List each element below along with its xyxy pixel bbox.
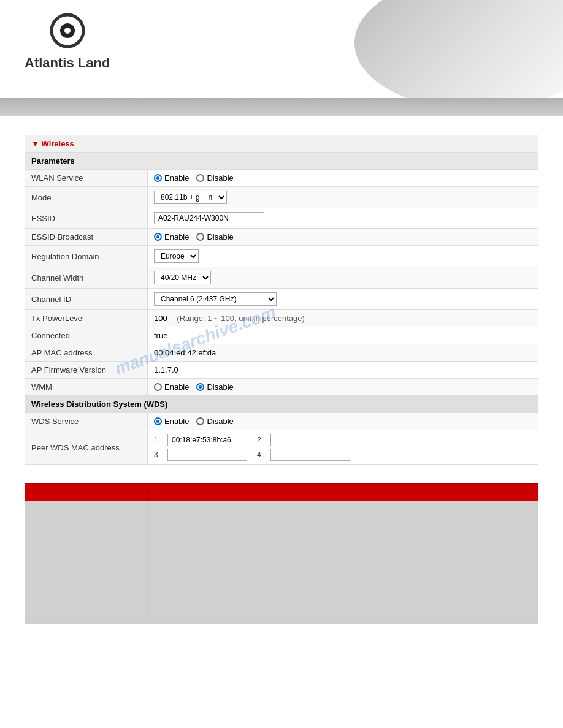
regulation-domain-label: Regulation Domain (25, 246, 148, 267)
wds-disable-circle (196, 417, 204, 425)
ap-firmware-value: 1.1.7.0 (148, 362, 538, 379)
wds-mac-input-2[interactable] (270, 434, 350, 446)
connected-label: Connected (25, 327, 148, 344)
essid-broadcast-label: ESSID Broadcast (25, 229, 148, 246)
mode-label: Mode (25, 187, 148, 208)
essid-value (148, 208, 538, 229)
bottom-body-right-2 (148, 556, 538, 624)
bottom-body-row-2 (25, 556, 538, 624)
main-content: manualsarchive.com Wireless Parameters W… (0, 135, 563, 624)
bottom-body-left-1 (25, 501, 148, 556)
wds-num-2: 2. (257, 436, 266, 444)
bottom-table (25, 483, 538, 624)
channel-id-select[interactable]: Channel 6 (2.437 GHz) Channel 1 Channel … (154, 292, 277, 306)
page-header: Atlantis Land (0, 0, 563, 98)
essid-input[interactable] (154, 212, 264, 224)
wlan-enable-radio[interactable]: Enable (154, 173, 189, 183)
svg-point-2 (64, 28, 71, 34)
wmm-label: WMM (25, 379, 148, 396)
mode-select[interactable]: 802.11b + g + n 802.11b + g 802.11n (154, 191, 227, 204)
ap-mac-text: 00:04:ed:42:ef:da (154, 348, 216, 357)
ap-firmware-text: 1.1.7.0 (154, 365, 178, 374)
wlan-disable-label: Disable (207, 173, 233, 183)
header-arc-decoration (354, 0, 563, 98)
bottom-body-left-2 (25, 556, 148, 624)
parameters-row: Parameters (25, 153, 538, 170)
wlan-service-label: WLAN Service (25, 170, 148, 187)
wmm-disable-circle (196, 383, 204, 391)
table-row: WLAN Service Enable Disable (25, 170, 538, 187)
content-wrapper: manualsarchive.com Wireless Parameters W… (25, 135, 538, 624)
wds-mac-input-4[interactable] (270, 449, 350, 461)
table-row: Mode 802.11b + g + n 802.11b + g 802.11n (25, 187, 538, 208)
wds-inputs-container: 1. 2. 3. 4. (154, 434, 532, 461)
wds-num-1: 1. (154, 436, 163, 444)
essid-enable-circle (154, 233, 162, 241)
wds-disable-label: Disable (207, 417, 233, 426)
essid-broadcast-value: Enable Disable (148, 229, 538, 246)
wds-num-3: 3. (154, 450, 163, 459)
wds-disable-radio[interactable]: Disable (196, 417, 233, 426)
wds-section-title: Wireless Distribution System (WDS) (25, 396, 538, 413)
essid-disable-radio[interactable]: Disable (196, 232, 233, 241)
wmm-value: Enable Disable (148, 379, 538, 396)
table-row: Tx PowerLevel 100 (Range: 1 ~ 100, unit … (25, 310, 538, 327)
bottom-header-left (25, 484, 148, 501)
bottom-header-right (148, 484, 538, 501)
table-row: AP MAC address 00:04:ed:42:ef:da (25, 344, 538, 362)
wlan-service-value: Enable Disable (148, 170, 538, 187)
ap-mac-label: AP MAC address (25, 344, 148, 362)
table-row: WDS Service Enable Disable (25, 413, 538, 430)
regulation-domain-select[interactable]: Europe USA Japan (154, 249, 199, 263)
essid-enable-label: Enable (164, 232, 189, 241)
channel-width-label: Channel Width (25, 267, 148, 289)
connected-value: true (148, 327, 538, 344)
ap-mac-value: 00:04:ed:42:ef:da (148, 344, 538, 362)
wlan-disable-radio[interactable]: Disable (196, 173, 233, 183)
bottom-header-row (25, 484, 538, 501)
essid-disable-circle (196, 233, 204, 241)
wmm-disable-radio[interactable]: Disable (196, 382, 233, 392)
wlan-service-radio-group: Enable Disable (154, 173, 532, 183)
table-row: ESSID Broadcast Enable Disable (25, 229, 538, 246)
wlan-disable-circle (196, 174, 204, 182)
wds-enable-label: Enable (164, 417, 189, 426)
channel-id-value: Channel 6 (2.437 GHz) Channel 1 Channel … (148, 289, 538, 310)
essid-enable-radio[interactable]: Enable (154, 232, 189, 241)
wmm-enable-label: Enable (164, 382, 189, 392)
table-row: WMM Enable Disable (25, 379, 538, 396)
table-row: AP Firmware Version 1.1.7.0 (25, 362, 538, 379)
wds-input-row-2: 3. 4. (154, 449, 532, 461)
peer-wds-label: Peer WDS MAC address (25, 430, 148, 465)
wds-service-radio-group: Enable Disable (154, 417, 532, 426)
wds-mac-input-3[interactable] (167, 449, 247, 461)
tx-powerlevel-note: (Range: 1 ~ 100, unit in percentage) (177, 314, 305, 323)
wmm-enable-circle (154, 383, 162, 391)
table-row: Connected true (25, 327, 538, 344)
logo-text-land: Land (74, 55, 110, 70)
channel-id-label: Channel ID (25, 289, 148, 310)
essid-disable-label: Disable (207, 232, 233, 241)
logo-text: Atlantis Land (25, 55, 110, 71)
channel-width-value: 40/20 MHz 20 MHz (148, 267, 538, 289)
table-row: Peer WDS MAC address 1. 2. 3. 4. (25, 430, 538, 465)
wireless-table: Wireless Parameters WLAN Service Enable (25, 135, 538, 465)
wmm-enable-radio[interactable]: Enable (154, 382, 189, 392)
wds-mac-input-1[interactable] (167, 434, 247, 446)
wds-enable-radio[interactable]: Enable (154, 417, 189, 426)
wlan-enable-label: Enable (164, 173, 189, 183)
channel-width-select[interactable]: 40/20 MHz 20 MHz (154, 271, 211, 284)
table-row: Regulation Domain Europe USA Japan (25, 246, 538, 267)
wds-section-header: Wireless Distribution System (WDS) (25, 396, 538, 413)
gray-banner (0, 98, 563, 116)
wds-num-4: 4. (257, 450, 266, 459)
atlantis-land-logo-icon (46, 12, 89, 55)
tx-powerlevel-value: 100 (Range: 1 ~ 100, unit in percentage) (148, 310, 538, 327)
regulation-domain-value: Europe USA Japan (148, 246, 538, 267)
peer-wds-value: 1. 2. 3. 4. (148, 430, 538, 465)
wlan-enable-circle (154, 174, 162, 182)
table-row: ESSID (25, 208, 538, 229)
ap-firmware-label: AP Firmware Version (25, 362, 148, 379)
table-row: Channel ID Channel 6 (2.437 GHz) Channel… (25, 289, 538, 310)
wmm-disable-label: Disable (207, 382, 233, 392)
